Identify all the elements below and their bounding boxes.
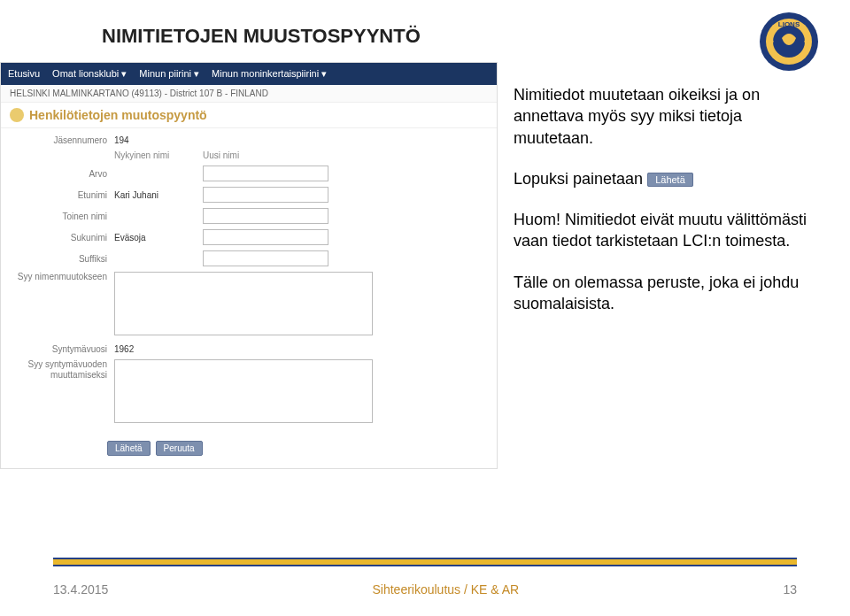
app-screenshot: Etusivu Omat lionsklubi ▾ Minun piirini … (0, 62, 498, 469)
member-number-label: Jäsennumero (10, 135, 114, 145)
prefix-input[interactable] (203, 166, 328, 181)
breadcrumb: HELSINKI MALMINKARTANO (49113) - Distric… (1, 85, 497, 103)
page-title: NIMITIETOJEN MUUSTOSPYYNTÖ (102, 25, 797, 48)
body-text: Nimitiedot muutetaan oikeiksi ja on anne… (514, 84, 819, 334)
firstname-current: Kari Juhani (114, 190, 203, 200)
middlename-input[interactable] (203, 208, 328, 224)
footer-divider (53, 559, 797, 565)
lions-icon (10, 108, 24, 122)
body-p2: Lopuksi painetaan Lähetä (514, 168, 819, 189)
firstname-label: Etunimi (10, 190, 114, 200)
birth-reason-textarea[interactable] (114, 359, 373, 423)
cancel-button[interactable]: Peruuta (156, 441, 203, 456)
nav-item-home[interactable]: Etusivu (8, 68, 40, 80)
navbar: Etusivu Omat lionsklubi ▾ Minun piirini … (1, 63, 497, 85)
send-button[interactable]: Lähetä (107, 441, 151, 456)
suffix-label: Suffiksi (10, 254, 114, 264)
body-p1: Nimitiedot muutetaan oikeiksi ja on anne… (514, 84, 819, 149)
lastname-current: Eväsoja (114, 233, 203, 243)
footer-date: 13.4.2015 (53, 582, 108, 597)
body-p3: Huom! Nimitiedot eivät muutu välittömäst… (514, 209, 819, 252)
body-p4: Tälle on olemassa peruste, joka ei johdu… (514, 272, 819, 315)
name-reason-label: Syy nimenmuutokseen (10, 272, 114, 281)
birthyear-label: Syntymävuosi (10, 344, 114, 354)
birth-reason-label: Syy syntymävuoden muuttamiseksi (10, 359, 114, 381)
form-heading-text: Henkilötietojen muutospyyntö (29, 108, 207, 122)
suffix-input[interactable] (203, 250, 328, 266)
nav-item-club[interactable]: Omat lionsklubi ▾ (52, 68, 127, 80)
lastname-label: Sukunimi (10, 233, 114, 243)
page-number: 13 (783, 582, 797, 597)
birthyear-value: 1962 (114, 344, 134, 354)
lastname-input[interactable] (203, 229, 328, 245)
middlename-label: Toinen nimi (10, 212, 114, 221)
inline-send-button: Lähetä (647, 173, 693, 187)
svg-text:LIONS: LIONS (778, 20, 800, 28)
form-heading: Henkilötietojen muutospyyntö (1, 103, 497, 128)
footer: 13.4.2015 Sihteerikoulutus / KE & AR 13 (53, 582, 797, 597)
footer-center: Sihteerikoulutus / KE & AR (372, 582, 519, 597)
nav-item-multi[interactable]: Minun moninkertaispiirini ▾ (212, 68, 327, 80)
nav-item-district[interactable]: Minun piirini ▾ (139, 68, 199, 80)
member-number-value: 194 (114, 135, 129, 145)
col-current: Nykyinen nimi (114, 150, 203, 160)
prefix-label: Arvo (10, 169, 114, 179)
firstname-input[interactable] (203, 187, 328, 203)
col-new: Uusi nimi (203, 150, 291, 160)
name-reason-textarea[interactable] (114, 272, 373, 335)
lions-logo: LIONS (754, 7, 823, 76)
